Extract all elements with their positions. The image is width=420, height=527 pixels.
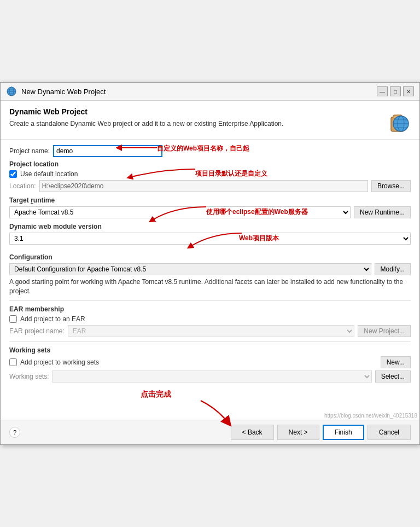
dialog-icon — [6, 86, 17, 97]
dynamic-web-module-title: Dynamic web module version — [9, 223, 411, 230]
header-text: Dynamic Web Project Create a standalone … — [9, 107, 283, 129]
select-working-set-button[interactable]: Select... — [375, 370, 411, 383]
header-title: Dynamic Web Project — [9, 107, 283, 116]
finish-button[interactable]: Finish — [323, 425, 364, 440]
dialog-title: New Dynamic Web Project — [21, 88, 106, 96]
title-bar-controls: — □ ✕ — [377, 86, 414, 96]
watermark: https://blog.csdn.net/weixin_40215318 — [324, 413, 417, 419]
annotation-runtime-text: 使用哪个eclipse配置的Web服务器 — [206, 207, 308, 217]
footer-buttons: < Back Next > Finish Cancel — [231, 425, 411, 440]
cancel-button[interactable]: Cancel — [368, 425, 411, 440]
minimize-button[interactable]: — — [377, 86, 388, 96]
working-sets-row: Working sets: Select... — [9, 370, 411, 383]
header-description: Create a standalone Dynamic Web project … — [9, 119, 283, 129]
annotation-finish-container: 点击完成 — [9, 387, 411, 414]
title-bar: New Dynamic Web Project — □ ✕ — [1, 83, 419, 101]
config-description: A good starting point for working with A… — [9, 277, 411, 296]
annotation-project-name-text: 自定义的Web项目名称，自己起 — [157, 144, 249, 153]
modify-button[interactable]: Modify... — [375, 263, 411, 275]
add-to-working-sets-label[interactable]: Add project to working sets — [20, 358, 99, 366]
ear-project-select: EAR — [68, 325, 355, 337]
arrow-module — [179, 230, 244, 255]
arrow-project-name — [116, 140, 160, 156]
working-sets-section: Add project to working sets New... Worki… — [9, 356, 411, 383]
configuration-select[interactable]: Default Configuration for Apache Tomcat … — [9, 263, 371, 275]
ear-project-label: EAR project name: — [9, 327, 65, 335]
add-to-ear-checkbox[interactable] — [9, 315, 17, 323]
dialog-body: Project name: 自定义的Web项目名称，自己起 Project lo… — [1, 140, 419, 420]
project-name-label: Project name: — [9, 147, 50, 155]
arrow-runtime — [141, 204, 209, 229]
add-to-ear-row: Add project to an EAR — [9, 315, 411, 323]
configuration-row: Default Configuration for Apache Tomcat … — [9, 263, 411, 275]
target-runtime-title: Target runtime — [9, 196, 411, 204]
help-button[interactable]: ? — [9, 427, 20, 438]
add-to-working-sets-checkbox[interactable] — [9, 358, 17, 366]
close-button[interactable]: ✕ — [403, 86, 414, 96]
ear-project-row: EAR project name: EAR New Project... — [9, 325, 411, 337]
arrow-finish — [135, 387, 244, 431]
header-icon — [384, 107, 411, 134]
add-to-ear-label[interactable]: Add project to an EAR — [20, 315, 85, 323]
arrow-location — [119, 164, 198, 186]
use-default-location-label[interactable]: Use default location — [20, 170, 78, 178]
working-sets-title: Working sets — [9, 346, 411, 354]
new-project-button: New Project... — [358, 325, 411, 337]
title-bar-left: New Dynamic Web Project — [6, 86, 106, 97]
annotation-module-text: Web项目版本 — [239, 234, 279, 243]
working-sets-label: Working sets: — [9, 373, 49, 380]
use-default-location-checkbox[interactable] — [9, 170, 17, 178]
annotation-location-text: 项目目录默认还是自定义 — [195, 169, 267, 178]
location-label: Location: — [9, 182, 36, 190]
location-input[interactable] — [39, 180, 368, 192]
location-row: Location: Browse... — [9, 180, 411, 192]
new-runtime-button[interactable]: New Runtime... — [354, 206, 411, 218]
dialog-header: Dynamic Web Project Create a standalone … — [1, 101, 419, 140]
new-working-set-button[interactable]: New... — [381, 356, 411, 368]
ear-section: Add project to an EAR EAR project name: … — [9, 315, 411, 337]
maximize-button[interactable]: □ — [390, 86, 401, 96]
next-button[interactable]: Next > — [277, 425, 319, 440]
add-to-working-sets-row: Add project to working sets — [9, 358, 99, 366]
browse-button[interactable]: Browse... — [371, 180, 411, 192]
footer-left: ? — [9, 427, 20, 438]
project-location-title: Project location — [9, 160, 411, 168]
ear-membership-title: EAR membership — [9, 305, 411, 313]
main-dialog: New Dynamic Web Project — □ ✕ Dynamic We… — [0, 82, 420, 445]
working-sets-select — [52, 370, 371, 383]
